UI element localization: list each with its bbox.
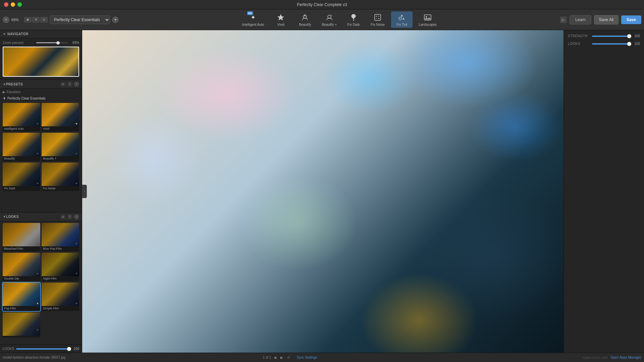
svg-point-44 [360, 197, 361, 198]
look-bleached-film[interactable]: ★ Bleached Film [3, 223, 40, 251]
svg-rect-7 [378, 18, 379, 19]
add-button[interactable]: + [3, 16, 9, 23]
look-doubledip-star[interactable]: ★ [36, 272, 39, 275]
page-next-button[interactable]: ▶ [279, 355, 284, 360]
look-nightfilm-star[interactable]: ★ [75, 272, 78, 275]
presets-group-favorites[interactable]: ▶ Favorites [0, 89, 82, 95]
svg-point-29 [468, 90, 469, 91]
close-button[interactable] [4, 2, 8, 7]
view-btn-3[interactable]: ⊟ [40, 17, 48, 22]
presets-title: PRESETS [6, 82, 60, 86]
navigator-chevron: ▼ [3, 32, 6, 36]
strength-slider[interactable] [592, 36, 629, 37]
preset-selector[interactable]: Perfectly Clear Essentials [50, 15, 110, 24]
navigator-thumbnail [3, 47, 79, 77]
expand-button[interactable]: ▷ [560, 16, 567, 23]
svg-point-26 [367, 60, 368, 61]
svg-point-84 [407, 67, 408, 68]
toolbar-tools: HD ✦ Intelligent Auto Vivid B [120, 11, 559, 28]
svg-point-68 [323, 248, 324, 249]
minimize-button[interactable] [11, 2, 15, 7]
toolbar-left: + 69% ▣ ⊞ ⊟ Perfectly Clear Essentials ▾ [3, 15, 119, 24]
tool-fix-tint[interactable]: Fix Tint [391, 11, 413, 28]
sync-settings-button[interactable]: Sync Settings [294, 355, 320, 360]
preset-beautify-name: Beautify [3, 156, 40, 161]
svg-point-62 [544, 237, 546, 239]
view-btn-2[interactable]: ⊞ [32, 17, 40, 22]
svg-point-60 [450, 257, 452, 259]
photo-canvas [82, 30, 564, 353]
tool-fix-dark-label: Fix Dark [347, 23, 360, 26]
presets-group-essentials[interactable]: ▼ Perfectly Clear Essentials [0, 95, 82, 102]
preset-dropdown-button[interactable]: ▾ [112, 16, 119, 23]
open-apps-button[interactable]: Open Apps Manager [610, 356, 641, 359]
presets-header: ▼ PRESETS ⊞ ☰ ? [0, 80, 82, 89]
presets-grid: ★ Intelligent Auto ★ Vivid ★ Beautify [0, 102, 82, 192]
preset-ia-star[interactable]: ★ [36, 122, 39, 125]
tool-landscapes[interactable]: Landscapes [415, 11, 440, 28]
svg-point-39 [216, 171, 217, 172]
maximize-button[interactable] [17, 2, 22, 7]
presets-grid-view[interactable]: ⊞ [60, 81, 66, 87]
preset-beautify-star[interactable]: ★ [36, 152, 39, 155]
save-button[interactable]: Save [621, 15, 641, 24]
preset-beautify-plus-star[interactable]: ★ [75, 152, 78, 155]
view-btn-1[interactable]: ▣ [24, 17, 32, 22]
look-popfilm-name: Pop Film [3, 306, 40, 311]
save-all-button[interactable]: Save All [594, 15, 619, 24]
look-night-film[interactable]: ★ Night Film [42, 253, 79, 281]
svg-point-86 [474, 73, 475, 74]
svg-point-51 [226, 271, 227, 272]
preset-fix-dark[interactable]: ★ Fix Dark [3, 163, 40, 191]
look-bleached-star[interactable]: ★ [36, 242, 39, 245]
looks-list-view[interactable]: ☰ [67, 214, 72, 220]
page-prev-button[interactable]: ◀ [272, 355, 278, 360]
look-bluepop-star[interactable]: ★ [75, 242, 78, 245]
page-reset-button[interactable]: ↺ [286, 355, 291, 360]
looks-right-slider[interactable] [592, 43, 629, 45]
navigator-header[interactable]: ▼ NAVIGATOR [0, 30, 82, 38]
learn-button[interactable]: Learn [570, 15, 591, 24]
preset-vivid[interactable]: ★ Vivid [42, 103, 79, 131]
tool-fix-dark[interactable]: Fix Dark [343, 11, 364, 28]
tool-fix-noise[interactable]: Fix Noise [367, 11, 388, 28]
svg-point-81 [273, 80, 274, 81]
look-double-dip[interactable]: ★ Double Dip [3, 253, 40, 281]
look-pop-film[interactable]: ★ Pop Film [3, 283, 40, 311]
preset-intelligent-auto[interactable]: ★ Intelligent Auto [3, 103, 40, 131]
tool-intelligent-auto[interactable]: HD ✦ Intelligent Auto [239, 11, 268, 28]
svg-point-50 [202, 257, 204, 259]
svg-point-37 [461, 144, 462, 145]
look-popfilm-star[interactable]: ★ [36, 302, 39, 305]
look-simple-film[interactable]: ★ Simple Film [42, 283, 79, 311]
tool-vivid[interactable]: Vivid [270, 11, 291, 28]
preset-beautify[interactable]: ★ Beautify [3, 133, 40, 161]
svg-point-88 [525, 130, 526, 131]
svg-point-67 [300, 227, 301, 229]
svg-point-80 [250, 97, 251, 98]
tool-fix-noise-label: Fix Noise [371, 23, 385, 26]
preset-fix-noise-star[interactable]: ★ [75, 182, 78, 185]
tool-beautify[interactable]: Beautify [294, 11, 316, 28]
preset-fix-dark-star[interactable]: ★ [36, 182, 39, 185]
svg-point-65 [545, 318, 546, 319]
look-extra[interactable]: ★ [3, 312, 40, 338]
preset-fix-noise[interactable]: ★ Fix Noise [42, 163, 79, 191]
looks-grid-view[interactable]: ⊞ [60, 214, 66, 220]
zoom-value: 69% [70, 41, 79, 45]
tool-beautify-plus[interactable]: + Beautify + [318, 11, 340, 28]
presets-help[interactable]: ? [74, 81, 79, 87]
svg-point-69 [350, 231, 351, 232]
look-bluepop-name: Blue Pop Film [42, 246, 79, 251]
looks-slider[interactable] [16, 348, 69, 350]
presets-list-view[interactable]: ☰ [67, 81, 72, 87]
look-simplefilm-star[interactable]: ★ [75, 302, 78, 305]
look-blue-pop-film[interactable]: ★ Blue Pop Film [42, 223, 79, 251]
zoom-slider[interactable] [36, 42, 68, 43]
look-extra-star[interactable]: ★ [36, 328, 39, 331]
preset-vivid-star[interactable]: ★ [75, 122, 78, 125]
preset-beautify-plus[interactable]: ★ Beautify + [42, 133, 79, 161]
looks-help[interactable]: ? [74, 214, 79, 220]
svg-point-25 [333, 97, 334, 98]
left-panel-toggle[interactable]: › [82, 185, 87, 198]
